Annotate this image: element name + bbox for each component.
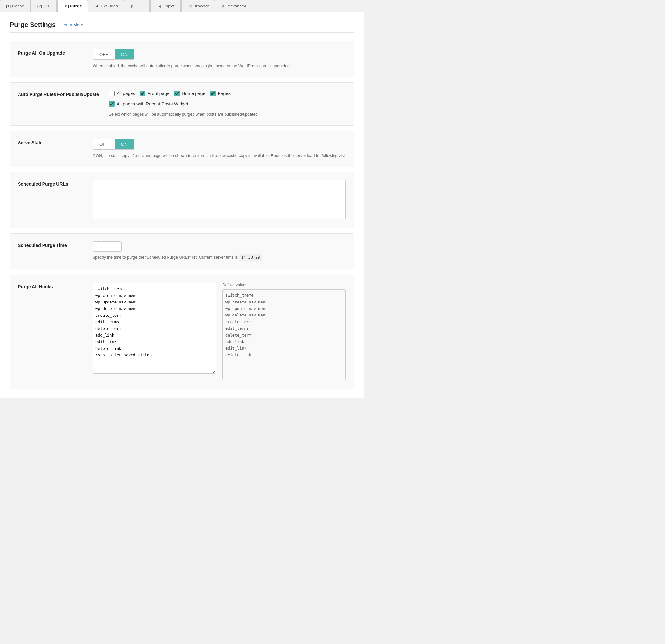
hooks-default-label: Default value: — [223, 283, 346, 287]
page-title: Purge Settings — [10, 21, 56, 28]
scheduled-purge-time-desc-prefix: Specify the time to purge the "Scheduled… — [93, 255, 238, 260]
purge-all-on-upgrade-content: OFF ON When enabled, the cache will auto… — [93, 49, 346, 69]
tab-advanced[interactable]: [8] Advanced — [215, 0, 252, 12]
server-time-badge: 14:30:29 — [239, 254, 262, 261]
serve-stale-toggle-container: OFF ON — [93, 139, 346, 150]
scheduled-purge-time-description: Specify the time to purge the "Scheduled… — [93, 254, 346, 261]
tab-browser[interactable]: [7] Browser — [181, 0, 215, 12]
purge-all-toggle-container: OFF ON — [93, 49, 346, 60]
scheduled-purge-urls-content — [93, 180, 346, 220]
home-page-label: Home page — [182, 91, 205, 96]
all-pages-checkbox[interactable] — [109, 91, 115, 96]
hooks-textarea-col: switch_theme wp_create_nav_menu wp_updat… — [93, 283, 216, 381]
auto-purge-checkboxes-row: All pages Front page Home page Pages — [109, 91, 346, 96]
front-page-checkbox[interactable] — [140, 91, 146, 96]
hooks-default-textarea: switch_theme wp_create_nav_menu wp_updat… — [223, 289, 346, 380]
auto-purge-rules-description: Select which pages will be automatically… — [109, 111, 346, 117]
serve-stale-description: If ON, the stale copy of a cached page w… — [93, 153, 346, 159]
checkbox-recent-posts-widget[interactable]: All pages with Recent Posts Widget — [109, 101, 188, 107]
auto-purge-rules-label: Auto Purge Rules For Publish/Update — [18, 91, 99, 97]
tab-purge[interactable]: [3] Purge — [57, 0, 88, 12]
tab-excludes[interactable]: [4] Excludes — [89, 0, 124, 12]
scheduled-purge-time-desc-suffix: . — [263, 255, 264, 260]
serve-stale-toggle[interactable]: OFF ON — [93, 139, 134, 150]
page-content: Purge Settings Learn More Purge All On U… — [0, 12, 364, 398]
tabs-bar: [1] Cache [2] TTL [3] Purge [4] Excludes… — [0, 0, 665, 12]
hooks-content: switch_theme wp_create_nav_menu wp_updat… — [93, 283, 346, 381]
page-title-row: Purge Settings Learn More — [10, 21, 354, 33]
scheduled-purge-time-input[interactable] — [93, 241, 122, 252]
scheduled-purge-time-content: Specify the time to purge the "Scheduled… — [93, 241, 346, 261]
pages-checkbox[interactable] — [210, 91, 215, 96]
hooks-textarea[interactable]: switch_theme wp_create_nav_menu wp_updat… — [93, 283, 216, 374]
recent-posts-widget-label: All pages with Recent Posts Widget — [117, 101, 188, 106]
pages-label: Pages — [217, 91, 230, 96]
checkbox-pages[interactable]: Pages — [210, 91, 230, 96]
checkbox-all-pages[interactable]: All pages — [109, 91, 135, 96]
serve-stale-on-btn[interactable]: ON — [115, 139, 134, 149]
scheduled-purge-urls-textarea[interactable] — [93, 180, 346, 219]
scheduled-purge-time-label: Scheduled Purge Time — [18, 241, 83, 248]
tab-esi[interactable]: [5] ESI — [125, 0, 150, 12]
scheduled-purge-time-section: Scheduled Purge Time Specify the time to… — [10, 233, 354, 269]
hooks-default-col: Default value: switch_theme wp_create_na… — [223, 283, 346, 381]
purge-all-toggle[interactable]: OFF ON — [93, 49, 134, 60]
serve-stale-off-btn[interactable]: OFF — [93, 139, 115, 149]
tab-cache[interactable]: [1] Cache — [0, 0, 31, 12]
recent-posts-widget-checkbox[interactable] — [109, 101, 115, 107]
scheduled-purge-urls-section: Scheduled Purge URLs — [10, 172, 354, 228]
front-page-label: Front page — [147, 91, 170, 96]
checkbox-home-page[interactable]: Home page — [174, 91, 205, 96]
all-pages-label: All pages — [117, 91, 135, 96]
auto-purge-rules-content: All pages Front page Home page Pages — [109, 91, 346, 117]
tab-ttl[interactable]: [2] TTL — [31, 0, 57, 12]
recent-posts-widget-row: All pages with Recent Posts Widget — [109, 101, 346, 107]
home-page-checkbox[interactable] — [174, 91, 180, 96]
purge-all-hooks-label: Purge All Hooks — [18, 283, 83, 289]
scheduled-purge-urls-label: Scheduled Purge URLs — [18, 180, 83, 187]
purge-all-on-upgrade-description: When enabled, the cache will automatical… — [93, 63, 346, 69]
purge-all-on-upgrade-label: Purge All On Upgrade — [18, 49, 83, 56]
checkbox-front-page[interactable]: Front page — [140, 91, 170, 96]
serve-stale-content: OFF ON If ON, the stale copy of a cached… — [93, 139, 346, 159]
serve-stale-section: Serve Stale OFF ON If ON, the stale copy… — [10, 131, 354, 167]
serve-stale-label: Serve Stale — [18, 139, 83, 145]
learn-more-link[interactable]: Learn More — [61, 22, 83, 27]
tab-object[interactable]: [6] Object — [150, 0, 181, 12]
purge-all-on-upgrade-section: Purge All On Upgrade OFF ON When enabled… — [10, 41, 354, 77]
purge-all-hooks-section: Purge All Hooks switch_theme wp_create_n… — [10, 275, 354, 389]
purge-all-on-btn[interactable]: ON — [115, 49, 134, 59]
purge-all-off-btn[interactable]: OFF — [93, 49, 115, 59]
auto-purge-rules-section: Auto Purge Rules For Publish/Update All … — [10, 82, 354, 125]
